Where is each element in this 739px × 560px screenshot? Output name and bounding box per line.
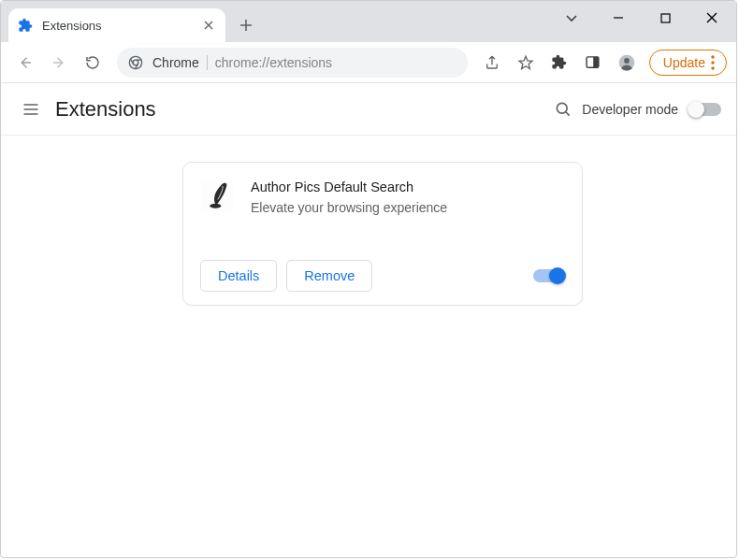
extension-description: Elevate your browsing experience bbox=[251, 200, 447, 215]
update-label: Update bbox=[663, 55, 705, 70]
address-site: Chrome bbox=[152, 55, 199, 70]
new-tab-button[interactable] bbox=[233, 12, 259, 38]
browser-window: Extensions bbox=[0, 0, 737, 558]
extension-name: Author Pics Default Search bbox=[251, 179, 447, 194]
window-controls bbox=[551, 1, 732, 35]
toggle-thumb bbox=[549, 267, 566, 284]
details-button[interactable]: Details bbox=[200, 260, 277, 292]
page-title: Extensions bbox=[55, 97, 156, 122]
tab-extensions[interactable]: Extensions bbox=[8, 8, 225, 42]
developer-mode-toggle[interactable] bbox=[689, 103, 721, 116]
minimize-button[interactable] bbox=[598, 4, 639, 32]
address-bar[interactable]: Chrome chrome://extensions bbox=[117, 48, 468, 78]
toggle-thumb bbox=[688, 101, 704, 118]
back-button[interactable] bbox=[10, 48, 40, 78]
search-button[interactable] bbox=[544, 91, 582, 128]
extension-enable-toggle[interactable] bbox=[533, 269, 565, 282]
profile-icon[interactable] bbox=[612, 48, 642, 78]
update-button[interactable]: Update bbox=[649, 50, 727, 76]
svg-point-9 bbox=[711, 66, 714, 69]
extension-header: Author Pics Default Search Elevate your … bbox=[200, 179, 565, 215]
tab-title: Extensions bbox=[42, 19, 201, 33]
address-text: Chrome chrome://extensions bbox=[152, 55, 456, 70]
developer-mode-label: Developer mode bbox=[582, 102, 678, 117]
extension-card: Author Pics Default Search Elevate your … bbox=[182, 162, 583, 306]
bookmark-icon[interactable] bbox=[511, 48, 541, 78]
extension-actions: Details Remove bbox=[200, 260, 565, 292]
more-icon bbox=[711, 55, 715, 70]
address-path: chrome://extensions bbox=[215, 55, 332, 70]
remove-button[interactable]: Remove bbox=[286, 260, 372, 292]
extension-icon bbox=[200, 179, 234, 213]
puzzle-icon bbox=[18, 18, 33, 33]
reload-button[interactable] bbox=[78, 48, 108, 78]
page-header: Extensions Developer mode bbox=[1, 83, 736, 136]
share-icon[interactable] bbox=[477, 48, 507, 78]
svg-point-8 bbox=[711, 61, 714, 64]
toolbar: Chrome chrome://extensions Update bbox=[1, 42, 736, 83]
tab-dropdown-icon[interactable] bbox=[551, 4, 592, 32]
extension-info: Author Pics Default Search Elevate your … bbox=[251, 179, 447, 215]
sidepanel-icon[interactable] bbox=[578, 48, 608, 78]
chrome-logo-icon bbox=[128, 55, 143, 70]
svg-rect-4 bbox=[594, 57, 600, 67]
maximize-button[interactable] bbox=[645, 4, 686, 32]
content-area: Author Pics Default Search Elevate your … bbox=[1, 136, 736, 332]
svg-rect-0 bbox=[661, 14, 670, 22]
titlebar: Extensions bbox=[1, 1, 736, 42]
developer-mode-control: Developer mode bbox=[582, 102, 721, 117]
extensions-icon[interactable] bbox=[544, 48, 574, 78]
close-tab-icon[interactable] bbox=[201, 18, 216, 33]
menu-button[interactable] bbox=[10, 89, 51, 130]
svg-point-6 bbox=[624, 58, 630, 64]
close-window-button[interactable] bbox=[691, 4, 732, 32]
address-divider bbox=[207, 55, 208, 70]
svg-point-7 bbox=[711, 55, 714, 58]
forward-button[interactable] bbox=[44, 48, 74, 78]
